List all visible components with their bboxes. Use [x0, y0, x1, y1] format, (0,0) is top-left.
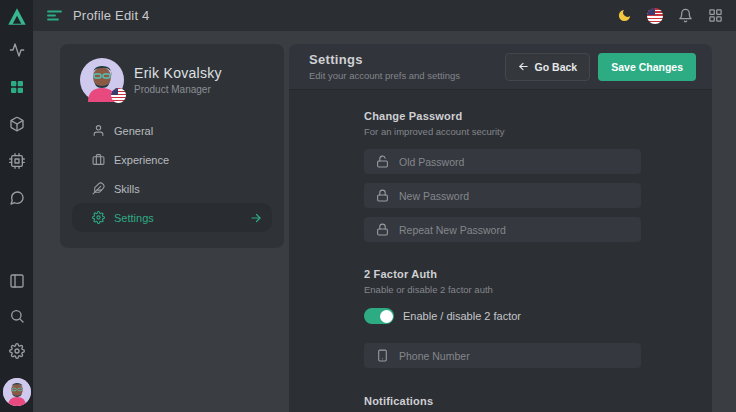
briefcase-icon [92, 153, 105, 166]
save-changes-button[interactable]: Save Changes [598, 53, 696, 81]
unlock-icon [376, 155, 389, 168]
activity-icon[interactable] [9, 42, 25, 58]
old-password-field[interactable] [364, 149, 641, 174]
menu-icon[interactable] [47, 9, 62, 22]
section-two-factor: 2 Factor Auth Enable or disable 2 factor… [364, 268, 712, 368]
feather-icon [92, 182, 105, 195]
nav-item-settings[interactable]: Settings [72, 203, 272, 232]
settings-title: Settings [309, 52, 460, 67]
settings-body: Change Password For an improved account … [289, 90, 712, 412]
nav-item-general[interactable]: General [72, 116, 272, 145]
rail-nav [9, 42, 25, 206]
old-password-input[interactable] [399, 156, 631, 168]
go-back-button[interactable]: Go Back [505, 53, 591, 81]
rail-bottom [3, 273, 31, 406]
toggle-label: Enable / disable 2 factor [403, 310, 521, 322]
new-password-input[interactable] [399, 190, 631, 202]
dashboard-grid-icon[interactable] [9, 79, 25, 95]
smartphone-icon [376, 349, 389, 362]
nav-label: Experience [114, 154, 169, 166]
profile-name: Erik Kovalsky [134, 65, 222, 81]
lock-icon [376, 223, 389, 236]
us-flag-icon[interactable] [647, 8, 663, 24]
go-back-label: Go Back [535, 61, 578, 73]
page-title: Profile Edit 4 [73, 8, 150, 23]
section-subtitle: For an improved account security [364, 126, 712, 137]
section-title: Change Password [364, 110, 712, 122]
nav-label: General [114, 125, 153, 137]
cpu-icon[interactable] [9, 153, 25, 169]
nav-item-skills[interactable]: Skills [72, 174, 272, 203]
topbar: Profile Edit 4 [33, 0, 736, 31]
user-avatar[interactable] [3, 378, 31, 406]
main-area: Profile Edit 4 [33, 0, 736, 412]
section-subtitle: Enable or disable 2 factor auth [364, 284, 712, 295]
avatar-flag-badge [111, 88, 126, 103]
bell-icon[interactable] [678, 8, 693, 23]
layout-sidebar-icon[interactable] [9, 273, 25, 289]
phone-number-input[interactable] [399, 350, 631, 362]
settings-panel: Settings Edit your account prefs and set… [289, 44, 712, 412]
profile-nav: General Experience Skills [72, 116, 272, 232]
arrow-right-icon [250, 212, 262, 224]
nav-label: Settings [114, 212, 154, 224]
phone-number-field[interactable] [364, 343, 641, 368]
app-logo-icon [6, 6, 28, 28]
profile-card: Erik Kovalsky Product Manager General Ex… [60, 44, 284, 248]
apps-grid-icon[interactable] [708, 8, 723, 23]
topbar-actions [617, 8, 723, 24]
gear-icon [92, 211, 105, 224]
arrow-left-icon [518, 61, 529, 72]
chat-bubble-icon[interactable] [9, 190, 25, 206]
section-change-password: Change Password For an improved account … [364, 110, 712, 242]
nav-label: Skills [114, 183, 140, 195]
repeat-password-input[interactable] [399, 224, 631, 236]
section-notifications: Notifications Configure how you receive … [364, 395, 712, 412]
new-password-field[interactable] [364, 183, 641, 208]
profile-role: Product Manager [134, 84, 222, 95]
section-title: Notifications [364, 395, 712, 407]
left-rail [0, 0, 33, 412]
lock-icon [376, 189, 389, 202]
two-factor-toggle[interactable] [364, 308, 394, 324]
section-title: 2 Factor Auth [364, 268, 712, 280]
user-icon [92, 124, 105, 137]
moon-icon[interactable] [617, 8, 632, 23]
nav-item-experience[interactable]: Experience [72, 145, 272, 174]
settings-subtitle: Edit your account prefs and settings [309, 70, 460, 81]
box-icon[interactable] [9, 116, 25, 132]
content: Erik Kovalsky Product Manager General Ex… [33, 31, 736, 412]
settings-header: Settings Edit your account prefs and set… [289, 44, 712, 90]
gear-icon[interactable] [9, 343, 25, 359]
profile-header: Erik Kovalsky Product Manager [72, 58, 272, 102]
search-icon[interactable] [9, 308, 25, 324]
repeat-password-field[interactable] [364, 217, 641, 242]
